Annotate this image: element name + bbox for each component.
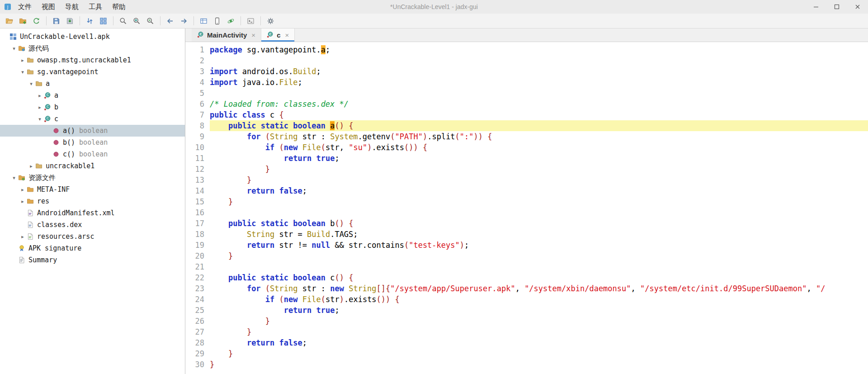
code-line[interactable]: 8 public static boolean a() { <box>185 120 868 131</box>
code-line[interactable]: 12 } <box>185 164 868 175</box>
sync-icon[interactable] <box>84 15 96 27</box>
package-icon <box>26 68 34 76</box>
code-line[interactable]: 2 <box>185 55 868 66</box>
search-class-icon[interactable] <box>131 15 143 27</box>
tree-item[interactable]: ▸owasp.mstg.uncrackable1 <box>0 54 185 66</box>
tree-item[interactable]: ▸uncrackable1 <box>0 160 185 172</box>
devices-icon[interactable] <box>198 15 210 27</box>
forward-icon[interactable] <box>178 15 190 27</box>
code-editor[interactable]: 1package sg.vantagepoint.a;23import andr… <box>185 42 868 374</box>
chevron-down-icon[interactable]: ▾ <box>36 116 43 122</box>
line-number: 1 <box>185 44 210 55</box>
chevron-down-icon[interactable]: ▾ <box>10 46 18 52</box>
chevron-right-icon[interactable]: ▸ <box>36 93 43 99</box>
menu-item-file[interactable]: 文件 <box>13 0 37 14</box>
tree-item[interactable]: ▾源代码 <box>0 43 185 54</box>
chevron-down-icon[interactable]: ▾ <box>10 175 18 181</box>
code-line[interactable]: 15 } <box>185 196 868 207</box>
tree-item[interactable]: ▾sg.vantagepoint <box>0 66 185 78</box>
tree-item[interactable]: ▸META-INF <box>0 184 185 195</box>
tree-item[interactable]: ▾Cc <box>0 113 185 125</box>
code-line[interactable]: 24 if (new File(str).exists()) { <box>185 294 868 305</box>
code-line[interactable]: 13 } <box>185 175 868 185</box>
chevron-down-icon[interactable]: ▾ <box>28 81 35 87</box>
tab-c[interactable]: Cc× <box>261 28 295 42</box>
search-text-icon[interactable] <box>117 15 129 27</box>
tree-item[interactable]: Summary <box>0 254 185 266</box>
code-line[interactable]: 25 return true; <box>185 305 868 316</box>
close-icon[interactable]: × <box>251 31 255 39</box>
resources-folder-icon <box>18 174 26 181</box>
code-line[interactable]: 18 String str = Build.TAGS; <box>185 229 868 240</box>
tree-item[interactable]: AndroidManifest.xml <box>0 207 185 219</box>
tree-item[interactable]: c()boolean <box>0 148 185 160</box>
tree-item[interactable]: ▾资源文件 <box>0 172 185 184</box>
chevron-right-icon[interactable]: ▸ <box>36 104 43 110</box>
tree-item[interactable]: ▸Cb <box>0 101 185 113</box>
code-line[interactable]: 9 for (String str : System.getenv("PATH"… <box>185 131 868 142</box>
code-line[interactable]: 11 return true; <box>185 153 868 164</box>
close-button[interactable] <box>847 0 868 14</box>
tree-item[interactable]: a()boolean <box>0 125 185 137</box>
chevron-down-icon[interactable]: ▾ <box>19 69 26 75</box>
code-line[interactable]: 21 <box>185 261 868 272</box>
code-line[interactable]: 1package sg.vantagepoint.a; <box>185 44 868 55</box>
add-files-icon[interactable] <box>17 15 29 27</box>
close-icon[interactable]: × <box>285 31 289 39</box>
chevron-right-icon[interactable]: ▸ <box>28 163 35 169</box>
back-icon[interactable] <box>164 15 176 27</box>
reload-icon[interactable] <box>30 15 42 27</box>
device-phone-icon[interactable] <box>211 15 223 27</box>
flat-packages-icon[interactable] <box>97 15 109 27</box>
save-all-icon[interactable] <box>50 15 62 27</box>
code-line[interactable]: 7public class c { <box>185 109 868 120</box>
log-viewer-icon[interactable] <box>245 15 257 27</box>
chevron-right-icon[interactable]: ▸ <box>19 187 26 193</box>
tree-item[interactable]: ▾a <box>0 78 185 90</box>
export-icon[interactable] <box>64 15 76 27</box>
code-line[interactable]: 27 } <box>185 327 868 337</box>
quark-icon[interactable] <box>225 15 237 27</box>
code-line[interactable]: 17 public static boolean b() { <box>185 218 868 229</box>
code-line[interactable]: 6/* Loaded from: classes.dex */ <box>185 99 868 109</box>
menu-item-navigation[interactable]: 导航 <box>60 0 84 14</box>
code-line[interactable]: 23 for (String str : new String[]{"/syst… <box>185 283 868 294</box>
code-line[interactable]: 16 <box>185 207 868 218</box>
preferences-icon[interactable] <box>264 15 277 27</box>
tab-mainactivity[interactable]: CMainActivity× <box>192 28 261 42</box>
tree-item[interactable]: classes.dex <box>0 219 185 231</box>
code-line[interactable]: 26 } <box>185 316 868 327</box>
code-line[interactable]: 10 if (new File(str, "su").exists()) { <box>185 142 868 153</box>
code-line[interactable]: 28 return false; <box>185 337 868 348</box>
tree-indent <box>0 37 2 37</box>
chevron-right-icon[interactable]: ▸ <box>19 199 26 204</box>
menu-item-help[interactable]: 帮助 <box>107 0 131 14</box>
menu-item-tools[interactable]: 工具 <box>84 0 107 14</box>
code-line[interactable]: 22 public static boolean c() { <box>185 272 868 283</box>
code-line[interactable]: 3import android.os.Build; <box>185 66 868 77</box>
code-line[interactable]: 5 <box>185 88 868 99</box>
code-line[interactable]: 14 return false; <box>185 185 868 196</box>
file-tree: UnCrackable-Level1.apk▾源代码▸owasp.mstg.un… <box>0 28 185 374</box>
method-icon <box>52 139 60 146</box>
code-line[interactable]: 30} <box>185 359 868 370</box>
tree-item[interactable]: ▸res <box>0 195 185 207</box>
minimize-button[interactable] <box>806 0 826 14</box>
code-line[interactable]: 4import java.io.File; <box>185 77 868 88</box>
maximize-button[interactable] <box>826 0 847 14</box>
code-line[interactable]: 20 } <box>185 251 868 261</box>
chevron-right-icon[interactable]: ▸ <box>19 234 26 240</box>
code-text <box>210 261 868 272</box>
tree-indent <box>0 201 19 202</box>
chevron-right-icon[interactable]: ▸ <box>19 57 26 63</box>
tree-item[interactable]: UnCrackable-Level1.apk <box>0 31 185 43</box>
menu-item-view[interactable]: 视图 <box>37 0 60 14</box>
tree-item[interactable]: b()boolean <box>0 137 185 148</box>
search-comment-icon[interactable] <box>144 15 156 27</box>
open-file-icon[interactable] <box>3 15 15 27</box>
tree-item[interactable]: ▸Ca <box>0 90 185 101</box>
code-line[interactable]: 19 return str != null && str.contains("t… <box>185 240 868 251</box>
code-line[interactable]: 29 } <box>185 348 868 359</box>
tree-item[interactable]: APK signature <box>0 242 185 254</box>
tree-item[interactable]: ▸resources.arsc <box>0 231 185 242</box>
